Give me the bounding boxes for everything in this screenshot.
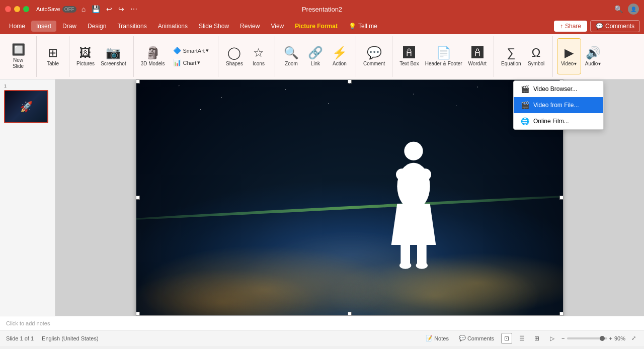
chart-button[interactable]: 📊 Chart ▾ [170,57,212,68]
add-notes-bar[interactable]: Click to add notes [0,316,644,330]
menu-transitions[interactable]: Transitions [112,21,151,32]
header-footer-button[interactable]: 📄 Header & Footer [422,38,465,74]
menu-picture-format[interactable]: Picture Format [290,21,343,32]
title-right: 🔍 👤 [614,4,639,15]
user-avatar[interactable]: 👤 [628,4,639,15]
resize-handle-bc[interactable] [348,312,352,316]
slides-panel: 1 🚀 [0,79,55,316]
text-section: 🅰 Text Box 📄 Header & Footer 🅰 WordArt [392,36,494,77]
menu-slideshow[interactable]: Slide Show [194,21,234,32]
online-film-icon: 🌐 [521,117,529,125]
window-controls [5,6,29,12]
home-icon[interactable]: ⌂ [82,5,86,13]
menu-insert[interactable]: Insert [31,21,56,32]
svg-point-7 [416,262,427,269]
shapes-section: ◯ Shapes ☆ Icons [218,36,275,77]
notes-button[interactable]: 📝 Notes [423,334,452,342]
slide-background [136,80,563,315]
menu-review[interactable]: Review [235,21,265,32]
minimize-button[interactable] [14,6,20,12]
comments-status-button[interactable]: 💬 Comments [456,334,497,342]
new-slide-section: 🔲 New Slide [0,36,37,77]
slide-info: Slide 1 of 1 [6,335,34,341]
new-slide-button[interactable]: 🔲 New Slide [4,38,32,74]
svg-marker-3 [391,204,436,245]
zoom-button[interactable]: 🔍 Zoom [279,38,303,74]
table-button[interactable]: ⊞ Table [41,38,65,74]
zoom-percent: 90% [614,335,625,341]
slide-thumbnail[interactable]: 🚀 [4,90,48,123]
normal-view-button[interactable]: ⊡ [501,333,512,344]
resize-handle-tl[interactable] [136,79,140,83]
slide-thumb-content: 🚀 [5,91,47,122]
undo-icon[interactable]: ↩ [106,5,112,13]
outline-view-button[interactable]: ☰ [516,333,527,344]
svg-rect-5 [417,242,427,266]
slide-number: 1 [4,83,51,89]
slide-canvas[interactable] [136,79,564,316]
ribbon: 🔲 New Slide ⊞ Table 🖼 Pictures 📷 Screens… [0,34,644,79]
grid-view-button[interactable]: ⊞ [531,333,542,344]
online-film-item[interactable]: 🌐 Online Film... [514,113,603,129]
audio-button[interactable]: 🔊 Audio ▾ [581,38,605,74]
zoom-controls: − + 90% [561,335,625,341]
add-notes-text: Click to add notes [6,320,50,326]
wordart-button[interactable]: 🅰 WordArt [465,38,490,74]
link-button[interactable]: 🔗 Link [303,38,328,74]
tell-me-input[interactable]: 💡 Tell me [344,21,382,32]
three-d-button[interactable]: 🗿 3D Models [138,38,168,74]
symbol-button[interactable]: Ω Symbol [524,38,548,74]
maximize-button[interactable] [23,6,29,12]
menu-bar: Home Insert Draw Design Transitions Anim… [0,18,644,34]
textbox-button[interactable]: 🅰 Text Box [396,38,422,74]
more-icon[interactable]: ⋯ [130,5,137,13]
fit-button[interactable]: ⤢ [629,334,638,342]
close-button[interactable] [5,6,11,12]
media-section: ▶ Video ▾ 🔊 Audio ▾ [553,36,609,77]
menu-draw[interactable]: Draw [57,21,82,32]
illustrations-section: 🗿 3D Models 🔷 SmartArt ▾ 📊 Chart ▾ [134,36,218,77]
zoom-slider[interactable] [567,337,607,339]
screenshot-button[interactable]: 📷 Screenshot [98,38,129,74]
slideshow-view-button[interactable]: ▷ [546,333,557,344]
video-button[interactable]: ▶ Video ▾ [557,38,581,74]
video-from-file-item[interactable]: 🎬 Video from File... [514,97,603,113]
shapes-button[interactable]: ◯ Shapes [222,38,247,74]
share-button[interactable]: ↑ Share [554,21,587,32]
save-icon[interactable]: 💾 [92,5,100,13]
person-silhouette [383,139,444,280]
zoom-in-icon[interactable]: + [609,335,612,341]
status-bar: Slide 1 of 1 English (United States) 📝 N… [0,330,644,346]
resize-handle-tc[interactable] [348,79,352,83]
comment-button[interactable]: 💬 Comment [360,38,388,74]
smartart-button[interactable]: 🔷 SmartArt ▾ [170,45,212,56]
language-label: English (United States) [42,335,99,341]
icons-button[interactable]: ☆ Icons [247,38,271,74]
redo-icon[interactable]: ↪ [118,5,124,13]
search-icon[interactable]: 🔍 [614,5,623,13]
video-browser-item[interactable]: 🎬 Video Browser... [514,81,603,97]
svg-point-6 [399,262,411,269]
images-section: 🖼 Pictures 📷 Screenshot [69,36,134,77]
menu-home[interactable]: Home [4,21,30,32]
equation-button[interactable]: ∑ Equation [498,38,524,74]
thumb-rocket-icon: 🚀 [20,101,33,113]
resize-handle-mr[interactable] [559,196,564,200]
resize-handle-ml[interactable] [136,196,140,200]
action-button[interactable]: ⚡ Action [328,38,352,74]
menu-design[interactable]: Design [83,21,111,32]
pictures-button[interactable]: 🖼 Pictures [73,38,98,74]
resize-handle-br[interactable] [559,312,564,316]
city-lights [136,186,563,315]
smartart-chart-col: 🔷 SmartArt ▾ 📊 Chart ▾ [168,38,214,75]
resize-handle-bl[interactable] [136,312,140,316]
video-file-icon: 🎬 [521,101,529,109]
video-dropdown: 🎬 Video Browser... 🎬 Video from File... … [513,80,604,130]
zoom-out-icon[interactable]: − [561,335,565,341]
menu-view[interactable]: View [266,21,289,32]
autosave-toggle[interactable]: OFF [62,6,76,13]
comments-button[interactable]: 💬 Comments [590,20,640,32]
table-section: ⊞ Table [37,36,69,77]
window-title: Presentation2 [302,6,342,13]
menu-animations[interactable]: Animations [153,21,193,32]
